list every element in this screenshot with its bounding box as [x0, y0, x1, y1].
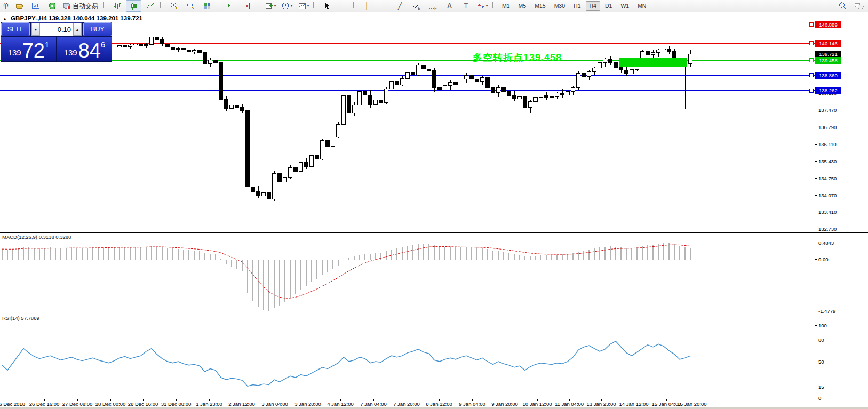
- svg-text:139.721: 139.721: [819, 51, 837, 57]
- dropdown-caret-icon: ▾: [274, 4, 276, 8]
- tf-button-mn[interactable]: MN: [634, 1, 650, 11]
- dropdown-caret-icon: ▾: [291, 4, 293, 8]
- auto-scroll-button[interactable]: [239, 0, 254, 12]
- new-chart-button[interactable]: ▾: [262, 0, 278, 12]
- channel-tool-button[interactable]: E: [409, 0, 424, 12]
- terminal-icon-button[interactable]: [28, 0, 43, 12]
- rsi-layer: [0, 340, 815, 387]
- buy-price-big: 84: [78, 42, 101, 59]
- signals-icon-button[interactable]: [44, 0, 60, 12]
- svg-text:27 Dec 08:00: 27 Dec 08:00: [62, 401, 93, 407]
- svg-text:10 Jan 12:00: 10 Jan 12:00: [523, 401, 552, 407]
- vertical-line-tool-button[interactable]: │: [359, 0, 375, 12]
- auto-scroll-icon: [243, 2, 251, 10]
- zoom-out-icon: [186, 2, 195, 10]
- trendline-tool-button[interactable]: ╱: [392, 0, 408, 12]
- chart-shift-button[interactable]: [222, 0, 238, 12]
- arrows-tool-button[interactable]: ▾: [475, 0, 490, 12]
- svg-text:133.410: 133.410: [818, 209, 837, 215]
- candlestick-chart-button[interactable]: [126, 0, 141, 12]
- tf-button-h1[interactable]: H1: [570, 1, 584, 11]
- chart-canvas[interactable]: 138.150137.470136.790136.110135.430134.7…: [0, 0, 868, 409]
- dropdown-caret-icon: ▾: [486, 4, 488, 8]
- new-order-button[interactable]: 单: [3, 2, 9, 11]
- tf-button-w1[interactable]: W1: [617, 1, 633, 11]
- support-zone-box: [619, 58, 687, 67]
- templates-button[interactable]: ▾: [296, 0, 311, 12]
- crosshair-tool-button[interactable]: [336, 0, 351, 12]
- buy-button[interactable]: BUY: [83, 22, 112, 36]
- sell-price-display[interactable]: 139 72 1: [1, 37, 56, 61]
- svg-text:134.750: 134.750: [818, 175, 837, 181]
- toolbar-grip: [257, 2, 259, 10]
- toolbar-grip: [103, 2, 106, 10]
- search-button[interactable]: [834, 0, 850, 12]
- clock-icon: [281, 2, 290, 10]
- tf-button-m15[interactable]: M15: [531, 1, 549, 11]
- autotrading-button[interactable]: 自动交易: [61, 0, 101, 12]
- text-tool-button[interactable]: A: [442, 0, 457, 12]
- svg-text:0: 0: [818, 395, 821, 401]
- zoom-in-button[interactable]: [166, 0, 181, 12]
- svg-text:15: 15: [818, 384, 824, 390]
- horizontal-line-tool-button[interactable]: ─: [376, 0, 391, 12]
- svg-text:4 Jan 12:00: 4 Jan 12:00: [327, 401, 354, 407]
- lot-decrease-button[interactable]: ▼: [31, 23, 40, 36]
- dropdown-caret-icon: ▾: [307, 4, 309, 8]
- new-chart-icon: [265, 2, 273, 10]
- tile-windows-button[interactable]: [199, 0, 214, 12]
- periods-button[interactable]: ▾: [279, 0, 294, 12]
- zoom-out-button[interactable]: [182, 0, 198, 12]
- tf-button-m30[interactable]: M30: [551, 1, 569, 11]
- rsi-indicator-label: RSI(14) 57.7889: [2, 315, 39, 321]
- svg-text:15 Jan 04:00: 15 Jan 04:00: [652, 401, 681, 407]
- text-label-tool-button[interactable]: T: [458, 0, 474, 12]
- svg-text:7 Jan 20:00: 7 Jan 20:00: [393, 401, 420, 407]
- svg-text:3 Jan 20:00: 3 Jan 20:00: [294, 401, 321, 407]
- toolbar-grip: [313, 2, 316, 10]
- tf-button-h4[interactable]: H4: [586, 1, 600, 11]
- tf-button-m5[interactable]: M5: [515, 1, 530, 11]
- chart-text-annotation[interactable]: 多空转折点139.458: [473, 51, 562, 64]
- svg-text:28 Dec 00:00: 28 Dec 00:00: [95, 401, 126, 407]
- comments-button[interactable]: [851, 0, 866, 12]
- cursor-tool-button[interactable]: [319, 0, 335, 12]
- svg-text:28 Dec 16:00: 28 Dec 16:00: [128, 401, 158, 407]
- sell-button[interactable]: SELL: [1, 22, 30, 36]
- expand-triangle-icon[interactable]: ▲: [3, 17, 7, 21]
- svg-text:8 Jan 12:00: 8 Jan 12:00: [426, 401, 452, 407]
- tf-button-d1[interactable]: D1: [601, 1, 616, 11]
- bar-chart-icon: [113, 2, 122, 10]
- svg-text:15 Jan 20:00: 15 Jan 20:00: [678, 401, 707, 407]
- svg-text:14 Jan 12:00: 14 Jan 12:00: [619, 401, 649, 407]
- horizontal-line-icon: ─: [381, 3, 386, 9]
- svg-text:9 Jan 20:00: 9 Jan 20:00: [491, 401, 518, 407]
- svg-text:-1.4779: -1.4779: [818, 308, 835, 314]
- mt4-window: 单 自动交易: [0, 0, 868, 409]
- time-axis-labels: 26 Dec 201826 Dec 16:0027 Dec 08:0028 De…: [0, 399, 706, 407]
- svg-text:100: 100: [818, 323, 827, 328]
- tf-button-m1[interactable]: M1: [498, 1, 514, 11]
- svg-text:50: 50: [818, 359, 824, 365]
- lot-size-input[interactable]: [40, 23, 73, 36]
- svg-text:3 Jan 04:00: 3 Jan 04:00: [261, 401, 288, 407]
- symbol-ohlc-line: ▲ GBPJPY-,H4 139.328 140.044 139.201 139…: [3, 15, 142, 21]
- bar-chart-button[interactable]: [109, 0, 125, 12]
- svg-text:140.889: 140.889: [819, 22, 837, 28]
- orders-icon-button[interactable]: [11, 0, 27, 12]
- autotrading-label: 自动交易: [73, 2, 98, 11]
- fibonacci-sub-label: F: [434, 6, 436, 10]
- crosshair-icon: [339, 2, 348, 10]
- lot-increase-button[interactable]: ▲: [73, 23, 82, 36]
- toolbar-grip: [492, 2, 495, 10]
- buy-price-display[interactable]: 139 84 6: [57, 37, 112, 61]
- svg-text:138.262: 138.262: [819, 87, 837, 93]
- buy-price-pip: 6: [101, 40, 105, 49]
- sell-price-big: 72: [22, 42, 45, 59]
- signal-icon: [48, 2, 57, 10]
- line-chart-button[interactable]: [142, 0, 158, 12]
- fibonacci-tool-button[interactable]: F: [425, 0, 441, 12]
- svg-text:80: 80: [818, 337, 824, 343]
- channel-sub-label: E: [418, 6, 420, 10]
- svg-text:138.860: 138.860: [819, 73, 837, 78]
